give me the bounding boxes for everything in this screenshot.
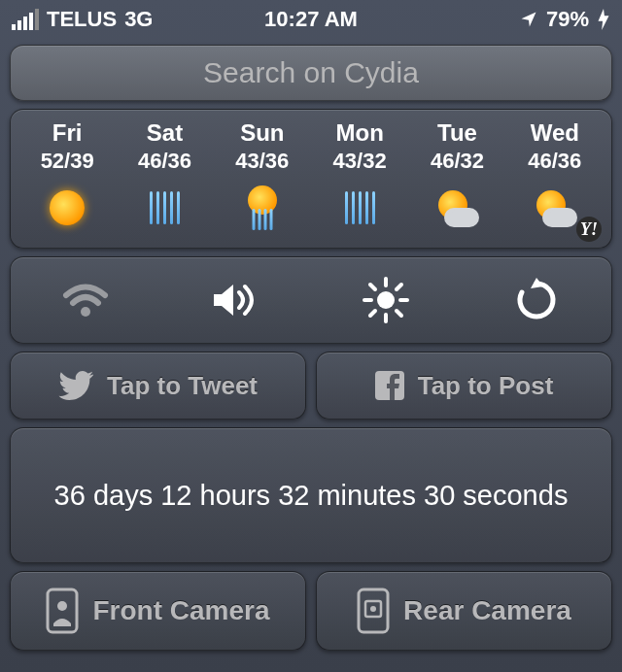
location-icon	[519, 10, 538, 29]
sun-rain-icon	[214, 184, 311, 232]
svg-line-6	[370, 285, 375, 289]
front-camera-button[interactable]: Front Camera	[10, 571, 306, 651]
wifi-toggle[interactable]	[56, 271, 115, 329]
search-placeholder: Search on Cydia	[203, 56, 419, 89]
day-temps: 43/32	[311, 149, 408, 174]
svg-point-1	[377, 291, 395, 309]
countdown-widget[interactable]: 36 days 12 hours 32 minutes 30 seconds	[10, 427, 612, 563]
day-temps: 46/32	[408, 149, 505, 174]
svg-point-15	[370, 606, 376, 612]
tweet-label: Tap to Tweet	[107, 371, 258, 401]
rain-icon	[311, 184, 408, 232]
post-button[interactable]: Tap to Post	[316, 352, 612, 420]
day-name: Sat	[116, 119, 213, 147]
clock: 10:27 AM	[264, 7, 358, 32]
day-temps: 46/36	[116, 149, 213, 174]
weather-widget[interactable]: Fri52/39Sat46/36Sun43/36Mon43/32Tue46/32…	[10, 109, 612, 249]
toggles-row	[10, 256, 612, 344]
rear-camera-icon	[357, 588, 390, 634]
weather-day: Sun43/36	[214, 119, 311, 232]
yahoo-icon: Y!	[576, 217, 602, 242]
day-temps: 52/39	[18, 149, 116, 174]
rain-icon	[116, 184, 213, 232]
weather-day: Fri52/39	[18, 119, 116, 232]
wifi-icon	[61, 281, 110, 319]
carrier-label: TELUS	[47, 7, 117, 32]
facebook-icon	[375, 371, 404, 400]
weather-day: Sat46/36	[116, 119, 213, 232]
day-name: Mon	[311, 119, 408, 147]
brightness-icon	[363, 277, 409, 323]
rotation-lock-toggle[interactable]	[507, 271, 566, 329]
twitter-icon	[58, 371, 93, 400]
svg-line-9	[397, 285, 401, 289]
day-temps: 43/36	[214, 149, 311, 174]
social-row: Tap to Tweet Tap to Post	[10, 352, 612, 420]
rear-camera-button[interactable]: Rear Camera	[316, 571, 612, 651]
sun-icon	[18, 184, 116, 232]
countdown-text: 36 days 12 hours 32 minutes 30 seconds	[54, 480, 569, 512]
svg-line-7	[397, 311, 401, 316]
search-field[interactable]: Search on Cydia	[10, 45, 612, 101]
tweet-button[interactable]: Tap to Tweet	[10, 352, 306, 420]
day-name: Tue	[408, 119, 505, 147]
front-camera-icon	[46, 588, 79, 634]
status-bar: TELUS 3G 10:27 AM 79%	[0, 0, 622, 39]
post-label: Tap to Post	[418, 371, 554, 401]
camera-row: Front Camera Rear Camera	[10, 571, 612, 651]
day-name: Sun	[214, 119, 311, 147]
volume-toggle[interactable]	[207, 271, 265, 329]
front-camera-label: Front Camera	[92, 595, 269, 626]
svg-line-8	[370, 311, 375, 316]
day-name: Wed	[506, 119, 604, 147]
svg-point-0	[81, 307, 90, 317]
suncloud-icon	[408, 184, 505, 232]
brightness-toggle[interactable]	[357, 271, 415, 329]
weather-day: Tue46/32	[408, 119, 505, 232]
day-temps: 46/36	[506, 149, 604, 174]
battery-percent: 79%	[546, 7, 589, 32]
weather-day: Wed46/36	[506, 119, 604, 232]
svg-point-12	[57, 601, 67, 611]
charging-icon	[597, 9, 610, 30]
speaker-icon	[210, 281, 262, 319]
day-name: Fri	[18, 119, 116, 147]
network-label: 3G	[124, 7, 153, 32]
weather-day: Mon43/32	[311, 119, 408, 232]
signal-icon	[12, 9, 39, 30]
rotation-icon	[514, 278, 559, 322]
rear-camera-label: Rear Camera	[403, 595, 571, 626]
